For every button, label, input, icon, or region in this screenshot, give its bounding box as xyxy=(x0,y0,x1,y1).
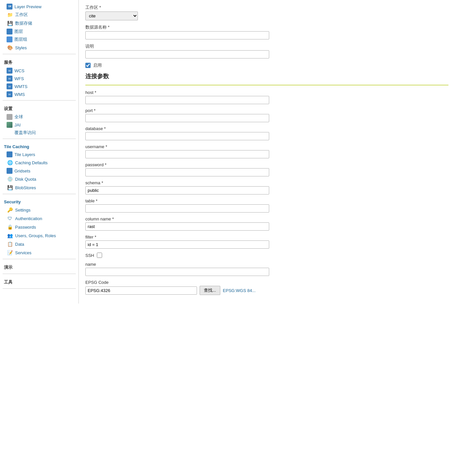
caching-defaults-icon: 🌐 xyxy=(7,159,13,166)
data-storage-icon: 💾 xyxy=(7,20,13,27)
epsg-input[interactable] xyxy=(85,286,197,295)
host-group: host * xyxy=(85,90,448,104)
sidebar-item-security-data[interactable]: 📋 Data xyxy=(0,240,78,248)
username-group: username * xyxy=(85,144,448,158)
sidebar-item-passwords[interactable]: 🔒 Passwords xyxy=(0,223,78,231)
security-settings-icon: 🔑 xyxy=(7,207,13,213)
sidebar-item-security-services[interactable]: 📝 Services xyxy=(0,248,78,257)
layer-groups-icon xyxy=(7,36,12,42)
sidebar-item-coverage-access[interactable]: 覆盖率访问 xyxy=(0,129,78,137)
connection-params-title: 连接参数 xyxy=(85,72,448,80)
authentication-icon: 🛡 xyxy=(7,215,13,222)
sidebar: 🗺 Layer Preview 📁 工作区 💾 数据存储 图层 图层组 🎨 St… xyxy=(0,0,79,304)
sidebar-item-jai[interactable]: JAI xyxy=(0,121,78,129)
section-tools: 工具 xyxy=(0,276,78,286)
enabled-label: 启用 xyxy=(93,62,102,68)
description-label: 说明 xyxy=(85,43,448,49)
sidebar-item-workspace[interactable]: 📁 工作区 xyxy=(0,11,78,19)
database-input[interactable] xyxy=(85,132,269,140)
password-input[interactable] xyxy=(85,168,269,176)
schema-label: schema * xyxy=(85,180,448,185)
sidebar-item-tile-layers[interactable]: Tile Layers xyxy=(0,150,78,158)
sidebar-item-wmts[interactable]: W WMTS xyxy=(0,82,78,90)
username-input[interactable] xyxy=(85,150,269,158)
description-group: 说明 xyxy=(85,43,448,58)
datasource-label: 数据源名称 * xyxy=(85,24,448,30)
filter-group: filter * xyxy=(85,235,448,249)
column-name-label: column name * xyxy=(85,216,448,221)
filter-input[interactable] xyxy=(85,240,269,249)
sidebar-item-layer-preview[interactable]: 🗺 Layer Preview xyxy=(0,3,78,11)
gridsets-icon xyxy=(7,168,12,174)
layer-preview-icon: 🗺 xyxy=(7,4,12,10)
sidebar-item-security-settings[interactable]: 🔑 Settings xyxy=(0,206,78,214)
epsg-group: EPSG Code 查找... EPSG:WGS 84... xyxy=(85,280,448,295)
sidebar-item-layers[interactable]: 图层 xyxy=(0,28,78,35)
jai-icon xyxy=(7,122,12,128)
section-tile-caching: Tile Caching xyxy=(0,141,78,150)
name-group: name xyxy=(85,262,448,276)
name-input[interactable] xyxy=(85,268,269,276)
datasource-input[interactable] xyxy=(85,31,269,39)
enabled-group: 启用 xyxy=(85,62,448,68)
styles-icon: 🎨 xyxy=(7,44,13,51)
epsg-link[interactable]: EPSG:WGS 84... xyxy=(223,288,256,293)
find-button[interactable]: 查找... xyxy=(200,286,220,295)
sidebar-item-disk-quota[interactable]: 💿 Disk Quota xyxy=(0,175,78,183)
workspace-label: 工作区 * xyxy=(85,5,448,11)
sidebar-item-blobstores[interactable]: 💾 BlobStores xyxy=(0,183,78,192)
security-services-icon: 📝 xyxy=(7,249,13,256)
wfs-icon: W xyxy=(7,76,12,81)
filter-label: filter * xyxy=(85,235,448,239)
passwords-icon: 🔒 xyxy=(7,224,13,230)
schema-group: schema * xyxy=(85,180,448,194)
sidebar-item-authentication[interactable]: 🛡 Authentication xyxy=(0,214,78,223)
workspace-icon: 📁 xyxy=(7,11,13,18)
port-input[interactable] xyxy=(85,114,269,122)
password-group: password * xyxy=(85,162,448,176)
ssh-checkbox[interactable] xyxy=(97,253,102,258)
wms-icon: W xyxy=(7,91,12,97)
enabled-checkbox[interactable] xyxy=(85,63,91,68)
tile-layers-icon xyxy=(7,151,12,157)
password-label: password * xyxy=(85,162,448,167)
section-services: 服务 xyxy=(0,56,78,67)
datasource-group: 数据源名称 * xyxy=(85,24,448,39)
section-security: Security xyxy=(0,196,78,206)
wmts-icon: W xyxy=(7,83,12,89)
sidebar-item-wms[interactable]: W WMS xyxy=(0,90,78,98)
sidebar-item-styles[interactable]: 🎨 Styles xyxy=(0,43,78,52)
workspace-group: 工作区 * cite default sf tiger topp xyxy=(85,5,448,20)
table-group: table * xyxy=(85,198,448,213)
sidebar-item-wfs[interactable]: W WFS xyxy=(0,75,78,82)
host-label: host * xyxy=(85,90,448,95)
section-demo: 演示 xyxy=(0,261,78,272)
ssh-label: SSH xyxy=(85,253,94,258)
sidebar-item-caching-defaults[interactable]: 🌐 Caching Defaults xyxy=(0,158,78,167)
section-settings: 设置 xyxy=(0,102,78,113)
sidebar-item-data-storage[interactable]: 💾 数据存储 xyxy=(0,19,78,28)
workspace-select[interactable]: cite default sf tiger topp xyxy=(85,11,138,20)
connection-divider xyxy=(85,85,448,85)
sidebar-item-global[interactable]: 全球 xyxy=(0,113,78,121)
host-input[interactable] xyxy=(85,96,269,104)
column-name-input[interactable] xyxy=(85,222,269,231)
global-icon xyxy=(7,114,12,120)
sidebar-item-users-groups-roles[interactable]: 👥 Users, Groups, Roles xyxy=(0,231,78,240)
database-label: database * xyxy=(85,126,448,131)
main-content: 工作区 * cite default sf tiger topp 数据源名称 *… xyxy=(79,0,455,304)
layers-icon xyxy=(7,29,12,34)
blobstores-icon: 💾 xyxy=(7,184,13,191)
epsg-row: 查找... EPSG:WGS 84... xyxy=(85,286,448,295)
username-label: username * xyxy=(85,144,448,149)
sidebar-item-wcs[interactable]: W WCS xyxy=(0,67,78,75)
users-groups-roles-icon: 👥 xyxy=(7,232,13,239)
description-input[interactable] xyxy=(85,50,269,58)
port-group: port * xyxy=(85,108,448,122)
table-input[interactable] xyxy=(85,204,269,213)
schema-input[interactable] xyxy=(85,186,269,194)
sidebar-item-layer-groups[interactable]: 图层组 xyxy=(0,35,78,43)
wcs-icon: W xyxy=(7,68,12,74)
sidebar-item-gridsets[interactable]: Gridsets xyxy=(0,167,78,175)
database-group: database * xyxy=(85,126,448,140)
